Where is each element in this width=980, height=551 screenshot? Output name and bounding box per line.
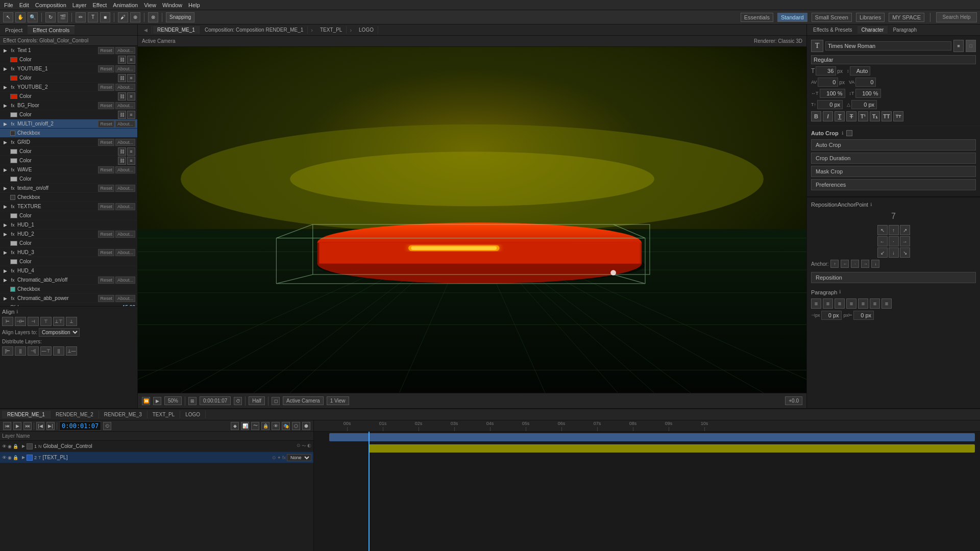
color-options[interactable]: ≡ <box>127 56 135 64</box>
layer-3d-icon[interactable]: ⊙ <box>297 443 301 449</box>
about-btn[interactable]: About... <box>115 65 135 72</box>
layer-global-color[interactable]: 👁 ◉ 🔒 ▶ 1 N Global_Color_Control ⊙ 〜 ◐ <box>0 441 313 452</box>
workspace-small-screen[interactable]: Small Screen <box>812 13 852 22</box>
tl-first-frame[interactable]: |◀ <box>36 422 44 430</box>
color-swatch[interactable] <box>10 259 17 264</box>
tl-shy-btn[interactable]: 🎭 <box>282 422 290 430</box>
reset-btn[interactable]: Reset <box>98 47 114 54</box>
tool-hand[interactable]: ✋ <box>15 12 26 22</box>
snapping-btn[interactable]: Snapping <box>166 12 194 22</box>
timeline-tab-render1[interactable]: RENDER_ME_1 <box>2 411 51 418</box>
para-align-justify-last-center[interactable]: ≡ <box>870 298 880 309</box>
menu-window[interactable]: Window <box>162 2 182 8</box>
color-chain[interactable]: ⛓ <box>118 147 126 156</box>
kerning-input[interactable] <box>818 78 838 87</box>
anchor-center-btn[interactable]: · <box>851 260 859 268</box>
effect-hud1[interactable]: ▶ fx HUD_1 <box>0 220 137 230</box>
layer-solo-icon[interactable]: ◉ <box>8 444 12 449</box>
arrow-down[interactable]: ↓ <box>889 247 899 258</box>
about-btn[interactable]: About... <box>115 249 135 256</box>
layer-solo-icon2[interactable]: ◉ <box>8 455 12 460</box>
tl-graph-btn[interactable]: 📊 <box>241 422 249 430</box>
timeline-tab-render2[interactable]: RENDER_ME_2 <box>51 411 99 418</box>
tab-paragraph[interactable]: Paragraph <box>889 26 921 34</box>
arrow-up[interactable]: ↑ <box>889 225 899 235</box>
effect-color7[interactable]: Color <box>0 174 137 184</box>
effect-color10[interactable]: Color <box>0 257 137 266</box>
align-center-v-btn[interactable]: ⊥⊤ <box>53 317 64 326</box>
reset-btn[interactable]: Reset <box>98 102 114 109</box>
color-chain[interactable]: ⛓ <box>118 157 126 165</box>
dist-center-v-btn[interactable]: || <box>53 346 64 356</box>
tab-effect-controls[interactable]: Effect Controls <box>28 26 75 34</box>
tab-character[interactable]: Character <box>857 26 888 34</box>
effect-checkbox3[interactable]: Checkbox <box>0 285 137 294</box>
align-top-btn[interactable]: ⊤ <box>40 317 52 326</box>
tl-next-frame[interactable]: ⏭ <box>23 422 32 430</box>
effect-grid[interactable]: ▶ fx GRID Reset About... <box>0 138 137 147</box>
viewport[interactable] <box>138 47 806 393</box>
color-chain[interactable]: ⛓ <box>118 111 126 119</box>
tsume-input[interactable] <box>851 100 877 109</box>
arrow-center[interactable]: · <box>889 236 899 246</box>
dist-bottom-btn[interactable]: ⊥— <box>66 346 77 356</box>
color-swatch[interactable] <box>10 213 17 218</box>
indent-left-input[interactable] <box>821 311 842 320</box>
timeline-tab-render3[interactable]: RENDER_ME_3 <box>99 411 148 418</box>
color-swatch[interactable] <box>10 241 17 246</box>
dist-top-btn[interactable]: —⊤ <box>40 346 52 356</box>
reset-btn[interactable]: Reset <box>98 120 114 128</box>
layer-effect-icon[interactable]: fx <box>282 455 286 460</box>
color-options[interactable]: ≡ <box>127 147 135 156</box>
quality-select[interactable]: Half <box>249 396 265 405</box>
about-btn[interactable]: About... <box>115 139 135 146</box>
effect-multi[interactable]: ▶ fx MULTI_on/off_2 Reset About... <box>0 119 137 129</box>
about-btn[interactable]: About... <box>115 295 135 302</box>
tl-prev-frame[interactable]: ⏮ <box>3 422 11 430</box>
layer-expand2[interactable]: ▶ <box>20 455 27 461</box>
tl-motion-btn[interactable]: 〜 <box>251 422 259 430</box>
effect-checkbox2[interactable]: Checkbox <box>0 193 137 202</box>
anchor-down-btn[interactable]: ↓ <box>871 260 879 268</box>
viewer-tab-comp[interactable]: ◀ <box>140 26 152 34</box>
color-options[interactable]: ≡ <box>127 157 135 165</box>
para-align-left[interactable]: ≡ <box>811 298 821 309</box>
effect-chromatic-onoff[interactable]: ▶ fx Chromatic_abb_on/off Reset About... <box>0 276 137 285</box>
font-size-input[interactable] <box>816 66 836 76</box>
superscript-btn[interactable]: T¹ <box>858 111 868 121</box>
layer-motion-icon[interactable]: 〜 <box>302 443 306 449</box>
effect-color3[interactable]: Color ⛓ ≡ <box>0 92 137 101</box>
dist-left-btn[interactable]: |⊢ <box>2 346 13 356</box>
reset-btn[interactable]: Reset <box>98 166 114 173</box>
tool-pen[interactable]: ✏ <box>76 12 86 22</box>
tracking-input[interactable] <box>855 78 876 87</box>
effect-chromatic-power[interactable]: ▶ fx Chromatic_abb_power Reset About... <box>0 294 137 303</box>
about-btn[interactable]: About... <box>115 231 135 238</box>
para-align-justify[interactable]: ≡ <box>846 298 856 309</box>
effect-checkbox1[interactable]: Checkbox <box>0 129 137 138</box>
checkbox[interactable] <box>10 131 15 136</box>
color-options[interactable]: ≡ <box>127 92 135 101</box>
effect-color8[interactable]: Color <box>0 211 137 220</box>
timeline-tracks[interactable] <box>314 432 980 551</box>
menu-layer[interactable]: Layer <box>72 2 87 8</box>
layer-render-icon[interactable]: ⊙ <box>272 455 276 460</box>
para-align-justify-last-left[interactable]: ≡ <box>858 298 868 309</box>
strikethrough-btn[interactable]: T <box>846 111 856 121</box>
align-right-btn[interactable]: ⊣ <box>28 317 39 326</box>
layer-quality-icon[interactable]: ✦ <box>277 455 281 460</box>
effect-color9[interactable]: Color <box>0 239 137 248</box>
font-color-swatch[interactable]: ■ <box>953 40 964 52</box>
tl-draft-btn[interactable]: ⬡ <box>292 422 300 430</box>
tl-play-stop[interactable]: ▶ <box>13 422 21 430</box>
auto-crop-checkbox[interactable] <box>846 130 852 136</box>
reposition-action-btn[interactable]: Reposition <box>811 272 976 283</box>
track-textpl[interactable] <box>369 444 975 453</box>
timeline-tab-textpl[interactable]: TEXT_PL <box>148 411 180 418</box>
tool-text[interactable]: T <box>88 12 98 22</box>
preferences-btn[interactable]: Preferences <box>811 179 976 190</box>
all-caps-btn[interactable]: TT <box>881 111 892 121</box>
workspace-libraries[interactable]: Libraries <box>856 13 885 22</box>
about-btn[interactable]: About... <box>115 47 135 54</box>
about-btn[interactable]: About... <box>115 84 135 91</box>
